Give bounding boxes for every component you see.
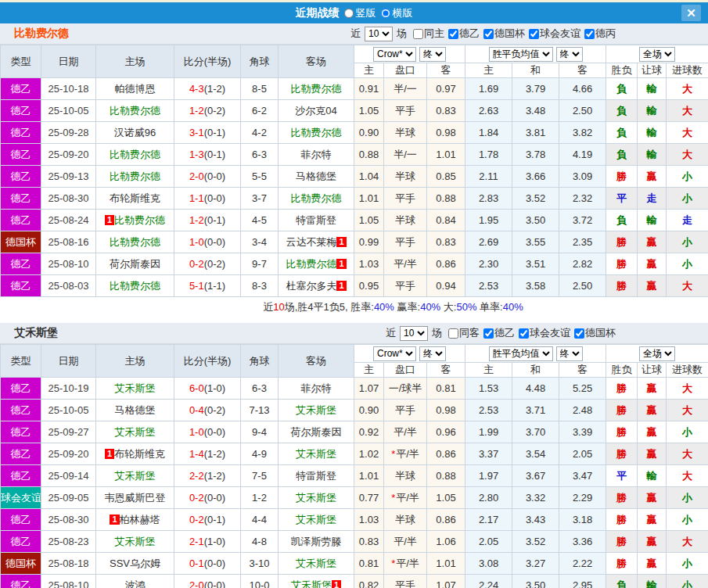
horizontal-radio[interactable] [381,9,390,18]
away-team: 凯泽斯劳滕 [291,536,342,547]
scope-select[interactable]: 全场 [639,346,675,361]
fulltime-score: 0-2 [189,258,204,270]
vertical-radio[interactable] [344,9,354,18]
score-cell: 1-0(0-0) [174,421,241,443]
checkbox[interactable] [574,328,584,339]
recent-count-select[interactable]: 10 [365,27,393,41]
checkbox-label: 德丙 [595,27,616,41]
odds-home: 1.01 [354,188,384,210]
odds-source-select[interactable]: Crow* [373,47,416,62]
layout-option-vertical[interactable]: 竖版 [344,6,376,20]
handicap: 平手 [384,575,427,588]
league-type-cell: 德乙 [1,122,41,144]
checkbox[interactable] [483,29,494,39]
odds-away: 0.98 [427,122,465,144]
filter-checkbox-3[interactable]: 德国杯 [574,326,616,340]
match-date: 25-10-18 [41,78,96,100]
away-team-cell: 艾禾斯堡 [279,443,354,465]
score-cell: 1-2(0-2) [174,100,241,122]
home-team-cell: 比勒费尔德 [96,144,174,166]
close-button[interactable]: ✕ [681,5,701,21]
avg-final-select[interactable]: 终 [556,346,583,361]
scope-header-group: 全场 [606,45,708,63]
avg-final-select[interactable]: 终 [556,47,583,62]
avg-draw: 3.48 [512,100,559,122]
checkbox-label: 同客 [459,326,480,340]
avg-draw: 3.55 [512,231,559,253]
odds-home: 1.05 [354,210,384,231]
checkbox[interactable] [448,328,458,339]
home-team-cell: 1布轮斯维克 [96,443,174,465]
odds-away: 0.81 [427,378,465,400]
match-row: 德乙25-08-241比勒费尔德1-2(0-1)4-5特雷斯登1.05半球0.8… [1,210,708,231]
checkbox[interactable] [529,29,539,39]
avg-draw: 3.71 [512,400,559,421]
red-card-badge: 1 [105,215,114,225]
score-cell: 1-3(0-1) [174,144,241,166]
checkbox[interactable] [483,328,494,339]
corner-cell: 4-9 [241,443,279,465]
odds-source-select[interactable]: Crow* [373,346,416,361]
home-team: 波鸿 [125,579,146,588]
column-header: 类型 [1,345,41,378]
scope-select[interactable]: 全场 [639,47,675,62]
result-cell: 勝 [606,487,638,509]
layout-option-horizontal[interactable]: 横版 [381,6,413,20]
odds-final-select[interactable]: 终 [419,346,446,361]
sub-column-header: 让球 [638,363,667,378]
handicap: *平/半 [384,553,427,575]
result-cell: 負 [606,78,638,100]
score-cell: 0-2(0-1) [174,509,241,531]
sub-column-header: 主 [354,363,384,378]
league-type-cell: 德乙 [1,78,41,100]
checkbox[interactable] [448,29,458,39]
avg-type-select[interactable]: 胜平负均值 [489,47,553,62]
avg-away: 2.82 [559,253,606,275]
checkbox[interactable] [584,29,595,39]
handicap: 半/一 [384,78,427,100]
avg-home: 1.78 [465,144,512,166]
filter-checkbox-0[interactable]: 同主 [413,27,444,41]
filter-checkbox-3[interactable]: 球会友谊 [529,27,580,41]
score-cell: 2-0(0-0) [174,575,241,588]
odds-away: 0.86 [427,443,465,465]
checkbox-label: 德乙 [459,27,480,41]
corner-cell: 4-8 [241,531,279,553]
handicap-star: * [391,448,395,460]
away-team-cell: 凯泽斯劳滕 [279,531,354,553]
avg-away: 2.22 [559,553,606,575]
corner-cell: 4-5 [241,210,279,231]
score-cell: 2-1(1-0) [174,531,241,553]
away-team: 比勒费尔德 [291,127,342,138]
goals-result-cell: 大 [667,531,708,553]
odds-away: 0.97 [427,78,465,100]
checkbox[interactable] [519,328,529,339]
odds-final-select[interactable]: 终 [419,47,446,62]
match-row: 德乙25-08-30布轮斯维克1-1(0-0)3-7比勒费尔德1.01平手0.8… [1,188,708,210]
avg-home: 2.11 [465,166,512,188]
checkbox[interactable] [413,29,423,39]
avg-away: 3.39 [559,421,606,443]
avg-away: 2.05 [559,443,606,465]
filter-checkbox-1[interactable]: 德乙 [448,27,480,41]
halftime-score: (1-2) [204,470,225,482]
fulltime-score: 3-1 [189,127,204,138]
filter-checkbox-2[interactable]: 球会友谊 [519,326,570,340]
filter-checkbox-2[interactable]: 德国杯 [483,27,525,41]
sub-column-header: 主 [465,63,512,78]
odds-home: 0.90 [354,400,384,421]
fulltime-score: 0-4 [189,404,204,416]
filter-checkbox-4[interactable]: 德丙 [584,27,616,41]
corner-cell: 3-7 [241,188,279,210]
handicap: 平手 [384,400,427,421]
avg-away: 2.48 [559,400,606,421]
avg-home: 3.37 [465,443,512,465]
filter-checkbox-0[interactable]: 同客 [448,326,480,340]
avg-type-select[interactable]: 胜平负均值 [489,346,553,361]
goals-result-cell: 小 [667,188,708,210]
filter-checkbox-1[interactable]: 德乙 [483,326,515,340]
handicap-result-cell: 贏 [638,531,667,553]
recent-count-select[interactable]: 10 [400,326,428,341]
sub-column-header: 进球数 [667,63,708,78]
avg-draw: 3.51 [512,253,559,275]
